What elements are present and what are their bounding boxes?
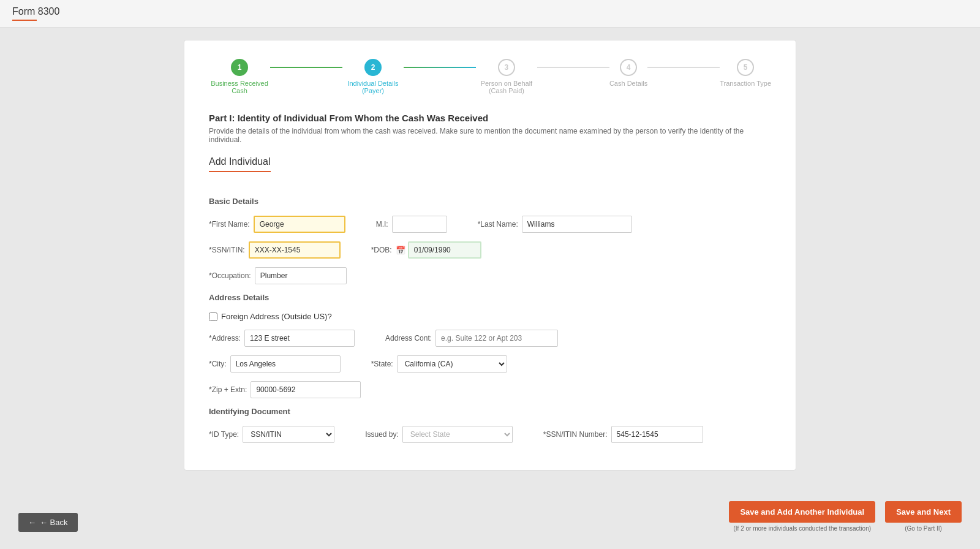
stepper-line-1 <box>270 67 342 68</box>
address-title: Address Details <box>209 293 771 302</box>
step-3: 3 Person on Behalf (Cash Paid) <box>476 59 537 94</box>
title-bar: Form 8300 <box>0 0 980 28</box>
dob-label: *DOB: <box>371 246 392 254</box>
basic-details-section: Basic Details *First Name: M.I: *Last Na… <box>209 197 771 284</box>
address-section: Address Details Foreign Address (Outside… <box>209 293 771 398</box>
foreign-address-row: Foreign Address (Outside US)? <box>209 312 771 321</box>
stepper-line-3 <box>537 67 609 68</box>
part-title: Part I: Identity of Individual From Whom… <box>209 113 771 123</box>
step-circle-3: 3 <box>498 59 515 76</box>
dob-input[interactable] <box>408 241 481 259</box>
occupation-row: *Occupation: <box>209 267 771 284</box>
dob-wrapper: 📅 <box>396 241 481 259</box>
footer-right: Save and Add Another Individual (If 2 or… <box>729 501 962 532</box>
ssn-itin-number-label: *SSN/ITIN Number: <box>543 430 608 439</box>
form-card: 1 Business Received Cash 2 Individual De… <box>184 40 796 471</box>
ssn-itin-number-input[interactable] <box>611 426 703 443</box>
stepper-line-4 <box>647 67 720 68</box>
first-name-label: *First Name: <box>209 220 250 229</box>
zip-label: *Zip + Extn: <box>209 385 247 394</box>
stepper-line-2 <box>404 67 476 68</box>
step-circle-2: 2 <box>364 59 382 76</box>
dob-group: *DOB: 📅 <box>371 241 481 259</box>
step-2: 2 Individual Details (Payer) <box>342 59 404 94</box>
address-group: *Address: <box>209 330 355 347</box>
state-group: *State: California (CA) New York (NY) Te… <box>371 355 507 373</box>
footer: ← ← Back Save and Add Another Individual… <box>0 489 980 544</box>
mi-group: M.I: <box>376 216 447 233</box>
ssn-label: *SSN/ITIN: <box>209 246 245 254</box>
city-input[interactable] <box>230 355 341 373</box>
save-next-button[interactable]: Save and Next <box>885 501 962 523</box>
city-state-row: *City: *State: California (CA) New York … <box>209 355 771 373</box>
address-cont-label: Address Cont: <box>385 334 432 343</box>
first-name-group: *First Name: <box>209 216 345 233</box>
step-label-5: Transaction Type <box>720 80 771 87</box>
mi-label: M.I: <box>376 220 388 229</box>
calendar-icon: 📅 <box>396 246 405 255</box>
step-circle-5: 5 <box>737 59 754 76</box>
id-type-label: *ID Type: <box>209 430 239 439</box>
add-individual-header: Add Individual <box>209 156 771 184</box>
identifying-title: Identifying Document <box>209 407 771 416</box>
identifying-section: Identifying Document *ID Type: SSN/ITIN … <box>209 407 771 443</box>
save-next-group: Save and Next (Go to Part II) <box>885 501 962 532</box>
save-next-note: (Go to Part II) <box>905 525 942 532</box>
back-arrow-icon: ← <box>28 518 36 527</box>
address-cont-group: Address Cont: <box>385 330 558 347</box>
step-5: 5 Transaction Type <box>720 59 771 87</box>
step-label-4: Cash Details <box>609 80 647 87</box>
ssn-group: *SSN/ITIN: <box>209 241 341 259</box>
page-title: Form 8300 <box>12 6 968 21</box>
step-label-3: Person on Behalf (Cash Paid) <box>476 80 537 94</box>
step-label-1: Business Received Cash <box>209 80 270 94</box>
basic-details-title: Basic Details <box>209 197 771 206</box>
state-select[interactable]: California (CA) New York (NY) Texas (TX) <box>397 355 507 373</box>
issued-by-label: Issued by: <box>365 430 399 439</box>
part-section: Part I: Identity of Individual From Whom… <box>209 113 771 144</box>
save-add-group: Save and Add Another Individual (If 2 or… <box>729 501 875 532</box>
foreign-address-checkbox[interactable] <box>209 312 217 321</box>
id-type-group: *ID Type: SSN/ITIN Passport Driver Licen… <box>209 426 334 443</box>
ssn-dob-row: *SSN/ITIN: *DOB: 📅 <box>209 241 771 259</box>
issued-by-select[interactable]: Select State California New York <box>402 426 513 443</box>
stepper: 1 Business Received Cash 2 Individual De… <box>209 59 771 94</box>
ssn-input[interactable] <box>249 241 341 259</box>
occupation-input[interactable] <box>255 267 347 284</box>
last-name-input[interactable] <box>522 216 632 233</box>
occupation-group: *Occupation: <box>209 267 347 284</box>
address-row: *Address: Address Cont: <box>209 330 771 347</box>
state-label: *State: <box>371 360 393 368</box>
back-button[interactable]: ← ← Back <box>18 513 78 532</box>
foreign-address-label: Foreign Address (Outside US)? <box>221 312 332 321</box>
last-name-group: *Last Name: <box>478 216 632 233</box>
main-content: 1 Business Received Cash 2 Individual De… <box>0 28 980 483</box>
save-add-button[interactable]: Save and Add Another Individual <box>729 501 875 523</box>
ssn-itin-number-group: *SSN/ITIN Number: <box>543 426 703 443</box>
zip-input[interactable] <box>251 381 361 398</box>
address-label: *Address: <box>209 334 241 343</box>
city-group: *City: <box>209 355 341 373</box>
issued-by-group: Issued by: Select State California New Y… <box>365 426 513 443</box>
occupation-label: *Occupation: <box>209 271 251 280</box>
id-row: *ID Type: SSN/ITIN Passport Driver Licen… <box>209 426 771 443</box>
part-description: Provide the details of the individual fr… <box>209 127 771 144</box>
mi-input[interactable] <box>392 216 447 233</box>
add-individual-title: Add Individual <box>209 156 271 172</box>
step-circle-1: 1 <box>231 59 248 76</box>
city-label: *City: <box>209 360 227 368</box>
first-name-input[interactable] <box>254 216 345 233</box>
step-4: 4 Cash Details <box>609 59 647 87</box>
step-circle-4: 4 <box>620 59 637 76</box>
address-cont-input[interactable] <box>435 330 558 347</box>
step-1: 1 Business Received Cash <box>209 59 270 94</box>
name-row: *First Name: M.I: *Last Name: <box>209 216 771 233</box>
step-label-2: Individual Details (Payer) <box>342 80 404 94</box>
zip-row: *Zip + Extn: <box>209 381 771 398</box>
save-add-note: (If 2 or more individuals conducted the … <box>733 525 871 532</box>
zip-group: *Zip + Extn: <box>209 381 361 398</box>
address-input[interactable] <box>244 330 355 347</box>
id-type-select[interactable]: SSN/ITIN Passport Driver License Other <box>243 426 334 443</box>
back-label: ← Back <box>40 518 68 527</box>
last-name-label: *Last Name: <box>478 220 518 229</box>
